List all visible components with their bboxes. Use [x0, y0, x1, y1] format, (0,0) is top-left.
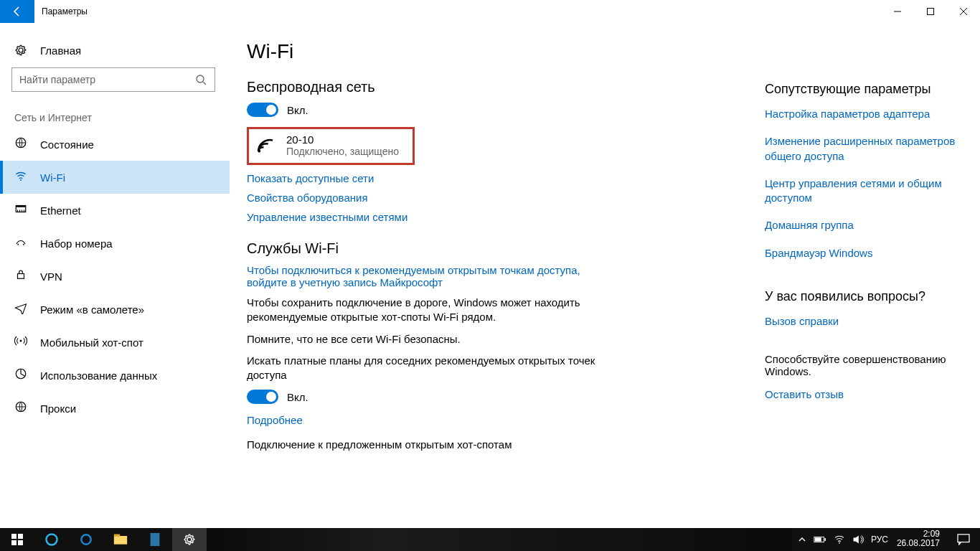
wifi-toggle[interactable]	[247, 103, 278, 117]
para-roaming: Чтобы сохранить подключение в дороге, Wi…	[247, 296, 620, 325]
svg-rect-22	[114, 534, 120, 537]
tray-wifi-icon[interactable]	[834, 534, 845, 545]
network-status: Подключено, защищено	[286, 146, 399, 157]
svg-rect-21	[114, 536, 127, 545]
svg-rect-26	[815, 537, 821, 541]
sidebar-item-label: Wi-Fi	[40, 171, 65, 184]
para-suggested: Подключение к предложенным открытым хот-…	[247, 438, 620, 452]
svg-point-5	[20, 179, 22, 181]
action-center-button[interactable]	[947, 528, 980, 551]
rlink-adapter[interactable]: Настройка параметров адаптера	[765, 107, 963, 121]
ethernet-icon	[14, 202, 27, 218]
airplane-icon	[14, 301, 27, 317]
paid-plans-toggle-label: Вкл.	[287, 391, 308, 403]
svg-point-27	[839, 542, 840, 544]
rlink-help[interactable]: Вызов справки	[765, 314, 963, 329]
sidebar-item-label: Использование данных	[40, 369, 157, 382]
vpn-icon	[14, 268, 27, 284]
clock-date: 26.08.2017	[897, 539, 940, 548]
sidebar-item-label: Состояние	[40, 138, 94, 151]
content-area: Wi-Fi Беспроводная сеть Вкл. 20-10 Подкл…	[230, 23, 765, 528]
taskbar-edge[interactable]	[34, 528, 69, 551]
paid-plans-toggle[interactable]	[247, 390, 278, 404]
sidebar: Главная Найти параметр Сеть и Интернет С…	[0, 23, 230, 528]
taskbar-spacer	[207, 528, 792, 551]
wifi-icon	[14, 169, 27, 185]
sidebar-item-ethernet[interactable]: Ethernet	[0, 194, 230, 227]
svg-rect-17	[11, 540, 17, 545]
close-button[interactable]	[947, 0, 980, 23]
sidebar-home-label: Главная	[40, 44, 81, 57]
rlink-homegroup[interactable]: Домашняя группа	[765, 218, 963, 232]
svg-rect-16	[18, 534, 23, 539]
sidebar-item-label: Набор номера	[40, 237, 113, 250]
link-hw-props[interactable]: Свойства оборудования	[247, 192, 750, 204]
dialup-icon	[14, 235, 27, 251]
link-show-networks[interactable]: Показать доступные сети	[247, 172, 750, 184]
minimize-button[interactable]	[881, 0, 914, 23]
sidebar-item-label: Режим «в самолете»	[40, 303, 144, 316]
taskbar-clock[interactable]: 2:09 26.08.2017	[894, 528, 947, 551]
sidebar-item-dialup[interactable]: Набор номера	[0, 227, 230, 260]
rlink-feedback[interactable]: Оставить отзыв	[765, 387, 963, 402]
svg-point-2	[197, 75, 204, 83]
back-button[interactable]	[0, 0, 34, 23]
proxy-icon	[14, 400, 27, 416]
wifi-toggle-label: Вкл.	[287, 104, 308, 116]
link-learn-more[interactable]: Подробнее	[247, 414, 750, 426]
titlebar: Параметры	[0, 0, 980, 23]
svg-point-14	[258, 149, 260, 152]
related-heading: Сопутствующие параметры	[765, 82, 963, 97]
sidebar-item-label: Ethernet	[40, 204, 81, 217]
rlink-sharing[interactable]: Изменение расширенных параметров общего …	[765, 134, 963, 164]
svg-rect-28	[958, 534, 969, 542]
svg-rect-7	[16, 206, 26, 207]
network-ssid: 20-10	[286, 133, 399, 146]
svg-point-11	[20, 340, 22, 342]
search-placeholder: Найти параметр	[19, 74, 95, 85]
right-column: Сопутствующие параметры Настройка параме…	[765, 23, 980, 528]
sidebar-item-label: Прокси	[40, 402, 76, 415]
sidebar-item-airplane[interactable]: Режим «в самолете»	[0, 293, 230, 326]
maximize-button[interactable]	[914, 0, 947, 23]
taskbar-explorer[interactable]	[103, 528, 138, 551]
svg-point-9	[23, 244, 24, 245]
status-icon	[14, 136, 27, 152]
link-signin[interactable]: Чтобы подключиться к рекомендуемым откры…	[247, 264, 620, 288]
taskbar: РУС 2:09 26.08.2017	[0, 528, 980, 551]
para-paid: Искать платные планы для соседних рекоме…	[247, 354, 620, 383]
wifi-services-heading: Службы Wi-Fi	[247, 240, 750, 257]
sidebar-item-wifi[interactable]: Wi-Fi	[0, 161, 230, 194]
sidebar-category: Сеть и Интернет	[0, 99, 230, 128]
wifi-signal-icon	[255, 135, 276, 156]
tray-lang[interactable]: РУС	[871, 534, 888, 545]
svg-rect-23	[151, 533, 160, 546]
svg-rect-18	[18, 540, 23, 545]
hotspot-icon	[14, 334, 27, 350]
link-manage-known[interactable]: Управление известными сетями	[247, 211, 750, 223]
tray-battery-icon[interactable]	[814, 535, 826, 544]
sidebar-item-label: VPN	[40, 270, 62, 283]
page-title: Wi-Fi	[247, 40, 750, 63]
datausage-icon	[14, 367, 27, 383]
sidebar-item-proxy[interactable]: Прокси	[0, 392, 230, 425]
taskbar-app-1[interactable]	[69, 528, 103, 551]
svg-rect-10	[18, 274, 24, 279]
tray-chevron-icon[interactable]	[798, 535, 806, 544]
search-input[interactable]: Найти параметр	[11, 67, 215, 92]
taskbar-app-2[interactable]	[138, 528, 172, 551]
taskbar-settings[interactable]	[172, 528, 207, 551]
system-tray[interactable]: РУС	[792, 528, 894, 551]
sidebar-item-status[interactable]: Состояние	[0, 128, 230, 161]
sidebar-home[interactable]: Главная	[0, 34, 230, 66]
para-warn: Помните, что не все сети Wi-Fi безопасны…	[247, 332, 620, 347]
sidebar-item-hotspot[interactable]: Мобильный хот-спот	[0, 326, 230, 359]
sidebar-item-datausage[interactable]: Использование данных	[0, 359, 230, 392]
window-title: Параметры	[34, 0, 95, 23]
rlink-firewall[interactable]: Брандмауэр Windows	[765, 246, 963, 260]
rlink-netcenter[interactable]: Центр управления сетями и общим доступом	[765, 176, 963, 206]
current-network[interactable]: 20-10 Подключено, защищено	[247, 127, 415, 165]
sidebar-item-vpn[interactable]: VPN	[0, 260, 230, 293]
tray-volume-icon[interactable]	[852, 534, 864, 545]
start-button[interactable]	[0, 528, 34, 551]
